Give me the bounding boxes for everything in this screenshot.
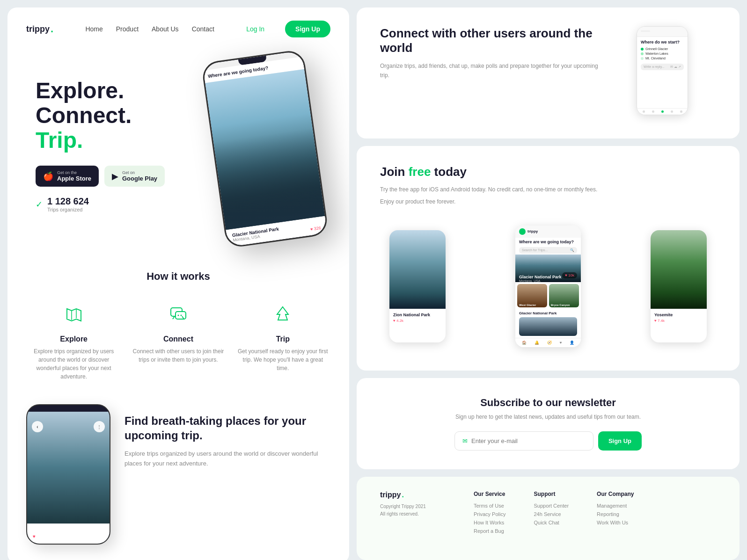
stat-number: 1 128 624 xyxy=(47,196,89,207)
chat-icon xyxy=(165,301,191,327)
footer-col-company: Our Company Management Reporting Work Wi… xyxy=(597,491,634,537)
hero-section: Explore. Connect. Trip. 🍎 Get on the App… xyxy=(7,51,349,247)
subscribe-section: Subscribe to our newsletter Sign up here… xyxy=(357,378,740,469)
card-info-zion: Zion National Park ♥ 4.2k xyxy=(389,309,446,342)
nav-user-icon: 👤 xyxy=(570,341,574,345)
hero-buttons: 🍎 Get on the Apple Store ▶ Get on Google… xyxy=(36,166,185,187)
mini-options: Grinnell Glacier Waterton Lakes Mt. Clev… xyxy=(637,45,688,62)
join-title-prefix: Join xyxy=(380,165,409,179)
card-likes-zion: ♥ 4.2k xyxy=(393,319,442,323)
main-card-header: trippy xyxy=(515,225,581,238)
nav-product[interactable]: Product xyxy=(116,25,139,33)
sub-cards: West Glacier Bryce Canyon xyxy=(515,282,581,309)
app-card-main: trippy Where are we going today? Search … xyxy=(515,225,581,347)
connect-text: Connect with other users around the worl… xyxy=(380,26,604,80)
logo: trippy. xyxy=(26,23,53,35)
hero-line2: Connect. xyxy=(36,103,185,128)
join-desc-2: Enjoy our product free forever. xyxy=(380,197,716,206)
google-play-text: Get on Google Play xyxy=(122,170,157,182)
main-search-icon: 🔍 xyxy=(570,248,574,252)
glacier-img-small xyxy=(519,317,577,336)
hero-line3: Trip. xyxy=(36,128,185,153)
tree-icon xyxy=(270,301,296,327)
mini-reply-input: Write a reply... ✉ ☁ ↗ xyxy=(641,64,684,70)
apple-icon: 🍎 xyxy=(43,171,53,182)
footer-top: trippy. Copyright Trippy 2021 All rights… xyxy=(380,491,716,537)
footer-logo-dot: . xyxy=(402,491,403,499)
nav-heart-icon: ♥ xyxy=(560,341,562,345)
app-card-yosemite: Yosemite ♥ 7.4k xyxy=(651,230,707,342)
navbar: trippy. Home Product About Us Contact Lo… xyxy=(7,7,349,51)
footer-col-support: Support Support Center 24h Service Quick… xyxy=(534,491,569,537)
phone-more-button[interactable]: ⋮ xyxy=(94,421,105,432)
subscribe-desc: Sign up here to get the latest news, upd… xyxy=(380,414,716,420)
phone-back-button[interactable]: ‹ xyxy=(32,421,43,432)
card-likes-yosemite: ♥ 7.4k xyxy=(654,319,703,323)
play-icon: ▶ xyxy=(112,171,118,182)
hero-title: Explore. Connect. Trip. xyxy=(36,79,185,153)
email-icon: ✉ xyxy=(462,437,468,444)
phone-small-notch xyxy=(57,405,80,412)
footer-logo-area: trippy. Copyright Trippy 2021 All rights… xyxy=(380,491,446,537)
join-title-free: free xyxy=(409,165,431,179)
footer-logo: trippy. xyxy=(380,491,446,499)
nav-about[interactable]: About Us xyxy=(152,25,179,33)
feature-connect: Connect Connect with other users to join… xyxy=(132,301,225,381)
main-card-likes: ♥ 10k xyxy=(562,272,577,278)
main-card-user: trippy xyxy=(527,229,538,233)
google-play-button[interactable]: ▶ Get on Google Play xyxy=(104,166,165,187)
hero-text: Explore. Connect. Trip. 🍎 Get on the App… xyxy=(36,60,185,212)
svg-point-3 xyxy=(180,315,182,316)
email-input[interactable] xyxy=(471,437,586,444)
mini-dot-3 xyxy=(641,57,644,60)
email-input-wrapper: ✉ xyxy=(454,431,593,451)
mini-nav-heart xyxy=(671,110,673,113)
right-panel: Connect with other users around the worl… xyxy=(357,7,740,560)
feature-explore-name: Explore xyxy=(60,335,88,343)
footer-company-item-3: Work With Us xyxy=(597,520,634,525)
nav-contact[interactable]: Contact xyxy=(192,25,214,33)
mini-nav xyxy=(637,108,688,115)
features-grid: Explore Explore trips organized by users… xyxy=(26,301,330,381)
footer-company-item-1: Management xyxy=(597,503,634,509)
main-card-nav: 🏠 🔔 🧭 ♥ 👤 xyxy=(515,338,581,347)
signup-button[interactable]: Sign Up xyxy=(285,21,330,37)
logo-dot: . xyxy=(51,23,53,35)
phone-small-likes: ♥ 326 xyxy=(33,534,85,539)
login-link[interactable]: Log In xyxy=(246,25,264,33)
connect-phone-group: Where do we start? Grinnell Glacier Wate… xyxy=(622,26,716,120)
footer-rights: All rights reserved. xyxy=(380,510,446,518)
phone-hero-mockup: Where are we going today? Glacier Nation… xyxy=(190,46,340,242)
card-img-zion xyxy=(389,230,446,309)
footer-company-heading: Our Company xyxy=(597,491,634,497)
main-card-label: Glacier National Park xyxy=(519,275,562,279)
svg-point-2 xyxy=(177,315,179,316)
svg-marker-4 xyxy=(277,307,288,320)
phone-likes: ♥ 326 xyxy=(310,225,321,232)
mini-nav-home xyxy=(643,110,645,113)
card-name-yosemite: Yosemite xyxy=(654,313,703,317)
phone-small-bottom-bar: Glacier National Park ♥ 326 xyxy=(27,524,110,544)
feature-trip: Trip Get yourself ready to enjoy your fi… xyxy=(236,301,330,381)
join-title-suffix: today xyxy=(431,165,467,179)
phone-mountain-img xyxy=(205,69,325,230)
nav-bell-icon: 🔔 xyxy=(535,341,539,345)
join-desc-1: Try the free app for iOS and Android tod… xyxy=(380,185,716,194)
phone-small-mockup: ‹ ⋮ Glacier National Park ♥ 326 xyxy=(26,404,110,545)
footer-service-item-1: Terms of Use xyxy=(474,503,505,509)
footer-support-item-3: Quick Chat xyxy=(534,520,569,525)
feature-trip-desc: Get yourself ready to enjoy your first t… xyxy=(236,347,330,372)
nav-home-icon: 🏠 xyxy=(522,341,527,345)
nav-home[interactable]: Home xyxy=(85,25,103,33)
subscribe-button[interactable]: Sign Up xyxy=(598,431,642,451)
find-places-desc: Explore trips organized by users around … xyxy=(124,449,330,469)
footer-copyright: Copyright Trippy 2021 xyxy=(380,503,446,510)
card-info-yosemite: Yosemite ♥ 7.4k xyxy=(651,309,707,342)
subscribe-form: ✉ Sign Up xyxy=(454,431,642,451)
apple-store-button[interactable]: 🍎 Get on the Apple Store xyxy=(36,166,99,187)
mini-dot-1 xyxy=(641,48,644,51)
mini-option-2: Waterton Lakes xyxy=(641,52,684,55)
nav-compass-icon: 🧭 xyxy=(547,341,552,345)
section-title: How it works xyxy=(26,270,330,283)
map-icon xyxy=(61,301,87,327)
